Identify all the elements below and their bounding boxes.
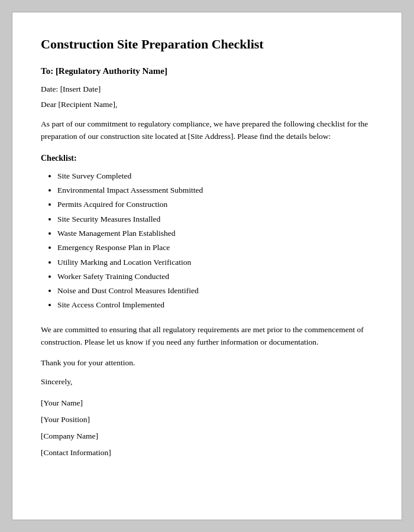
list-item: Site Survey Completed <box>57 169 373 183</box>
date-line: Date: [Insert Date] <box>41 85 373 94</box>
list-item: Permits Acquired for Construction <box>57 197 373 212</box>
contact-info: [Contact Information] <box>41 448 373 458</box>
checklist-list: Site Survey CompletedEnvironmental Impac… <box>57 169 373 313</box>
your-name: [Your Name] <box>41 398 373 408</box>
thank-you-line: Thank you for your attention. <box>41 358 373 368</box>
list-item: Utility Marking and Location Verificatio… <box>57 255 373 270</box>
sincerely-line: Sincerely, <box>41 377 373 387</box>
list-item: Worker Safety Training Conducted <box>57 270 373 284</box>
company-name: [Company Name] <box>41 432 373 441</box>
signature-block: [Your Name] [Your Position] [Company Nam… <box>41 398 373 458</box>
checklist-heading: Checklist: <box>41 154 373 163</box>
to-label: To: <box>41 66 53 76</box>
to-line: To: [Regulatory Authority Name] <box>41 66 373 76</box>
your-position: [Your Position] <box>41 415 373 424</box>
list-item: Environmental Impact Assessment Submitte… <box>57 183 373 197</box>
list-item: Noise and Dust Control Measures Identifi… <box>57 284 373 298</box>
list-item: Site Security Measures Installed <box>57 212 373 226</box>
to-value: [Regulatory Authority Name] <box>56 66 167 76</box>
document-container: Construction Site Preparation Checklist … <box>12 12 402 520</box>
list-item: Waste Management Plan Established <box>57 226 373 241</box>
intro-paragraph: As part of our commitment to regulatory … <box>41 118 373 143</box>
document-title: Construction Site Preparation Checklist <box>41 36 373 53</box>
closing-paragraph: We are committed to ensuring that all re… <box>41 323 373 349</box>
list-item: Emergency Response Plan in Place <box>57 241 373 255</box>
date-value: [Insert Date] <box>60 85 101 93</box>
date-label: Date: <box>41 85 58 93</box>
dear-line: Dear [Recipient Name], <box>41 100 373 109</box>
list-item: Site Access Control Implemented <box>57 298 373 312</box>
